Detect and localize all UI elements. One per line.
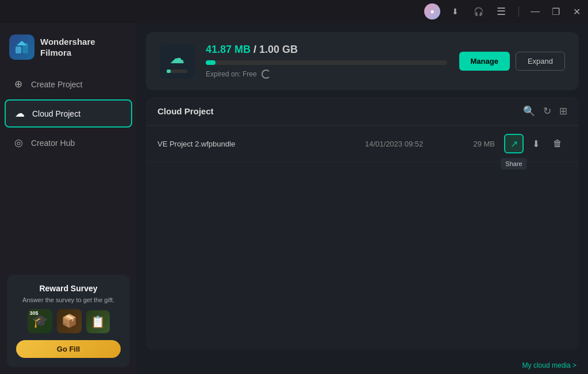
sidebar-nav: ⊕ Create Project ☁ Cloud Project ◎ Creat…	[0, 71, 137, 156]
project-list: VE Project 2.wfpbundle 14/01/2023 09:52 …	[146, 126, 579, 350]
title-bar: ● ⬇ 🎧 ☰ — ❐ ✕	[0, 0, 588, 23]
create-project-icon: ⊕	[13, 78, 24, 90]
title-bar-icons: ● ⬇ 🎧 ☰ — ❐ ✕	[424, 3, 583, 20]
project-size: 29 MB	[460, 140, 495, 148]
sidebar-item-cloud-project[interactable]: ☁ Cloud Project	[5, 99, 132, 128]
project-actions: ↗ Share ⬇ 🗑	[504, 134, 567, 153]
share-tooltip: Share	[501, 158, 526, 169]
storage-total: 1.00 GB	[259, 44, 298, 55]
manage-button[interactable]: Manage	[459, 52, 510, 71]
grid-view-icon[interactable]: ⊞	[559, 105, 567, 117]
cloud-drive-icon: ☁	[160, 44, 194, 79]
storage-used: 41.87 MB	[206, 44, 251, 55]
app-name: Wondershare Filmora	[40, 36, 95, 59]
refresh-icon[interactable]	[262, 70, 271, 79]
download-icon[interactable]: ⬇	[447, 3, 463, 20]
svg-rect-0	[16, 47, 21, 53]
logo-icon	[9, 34, 34, 60]
expired-row: Expired on: Free	[206, 70, 448, 79]
search-icon[interactable]: 🔍	[523, 105, 535, 117]
storage-progress-fill	[206, 60, 216, 65]
creator-hub-icon: ◎	[13, 137, 24, 149]
create-project-label: Create Project	[31, 80, 82, 89]
sidebar-item-creator-hub[interactable]: ◎ Creator Hub	[5, 130, 132, 156]
reward-card: Reward Survey Answer the survey to get t…	[7, 275, 130, 367]
minimize-button[interactable]: —	[528, 5, 542, 18]
project-file-name: VE Project 2.wfpbundle	[157, 140, 356, 148]
reward-amazon: 📦	[57, 309, 82, 333]
reward-images: 30$ 🎓 📦 📋	[16, 309, 121, 333]
content-area: ☁ 41.87 MB / 1.00 GB Expired on: Free	[137, 23, 588, 374]
project-section-title: Cloud Project	[157, 106, 214, 116]
project-header: Cloud Project 🔍 ↻ ⊞	[146, 97, 579, 126]
main-layout: Wondershare Filmora ⊕ Create Project ☁ C…	[0, 23, 588, 374]
table-row: VE Project 2.wfpbundle 14/01/2023 09:52 …	[146, 126, 579, 162]
menu-icon[interactable]: ☰	[493, 3, 509, 20]
go-fill-button[interactable]: Go Fill	[16, 340, 121, 358]
headset-icon[interactable]: 🎧	[470, 3, 486, 20]
storage-card: ☁ 41.87 MB / 1.00 GB Expired on: Free	[146, 32, 579, 90]
creator-hub-label: Creator Hub	[31, 138, 75, 148]
project-date: 14/01/2023 09:52	[365, 140, 451, 148]
close-button[interactable]: ✕	[570, 5, 583, 18]
reward-title: Reward Survey	[16, 284, 121, 293]
reward-subtitle: Answer the survey to get the gift.	[16, 296, 121, 303]
cloud-project-icon: ☁	[14, 107, 25, 119]
reward-badge-amount: 30$ 🎓	[28, 309, 52, 333]
delete-project-button[interactable]: 🗑	[548, 134, 567, 153]
project-section: Cloud Project 🔍 ↻ ⊞ VE Project 2.wfpbund…	[146, 97, 579, 350]
sidebar: Wondershare Filmora ⊕ Create Project ☁ C…	[0, 23, 137, 374]
project-header-icons: 🔍 ↻ ⊞	[523, 105, 567, 117]
download-project-button[interactable]: ⬇	[526, 134, 545, 153]
expired-label: Expired on: Free	[206, 70, 257, 78]
my-cloud-media-link[interactable]: My cloud media >	[522, 361, 577, 369]
cloud-project-label: Cloud Project	[32, 109, 80, 118]
bottom-bar: My cloud media >	[137, 357, 588, 374]
storage-actions: Manage Expand	[459, 52, 566, 71]
storage-separator: /	[253, 44, 259, 55]
expand-button[interactable]: Expand	[516, 52, 565, 71]
avatar-icon[interactable]: ●	[424, 3, 440, 20]
storage-info: 41.87 MB / 1.00 GB Expired on: Free	[206, 44, 448, 79]
maximize-button[interactable]: ❐	[549, 5, 563, 18]
refresh-projects-icon[interactable]: ↻	[543, 105, 551, 117]
sidebar-item-create-project[interactable]: ⊕ Create Project	[5, 71, 132, 97]
reward-checklist: 📋	[86, 310, 110, 333]
storage-progress-bar	[206, 60, 447, 65]
storage-size: 41.87 MB / 1.00 GB	[206, 44, 448, 56]
share-button[interactable]: ↗ Share	[504, 134, 524, 153]
app-logo: Wondershare Filmora	[0, 28, 137, 71]
drive-bar	[167, 70, 187, 73]
